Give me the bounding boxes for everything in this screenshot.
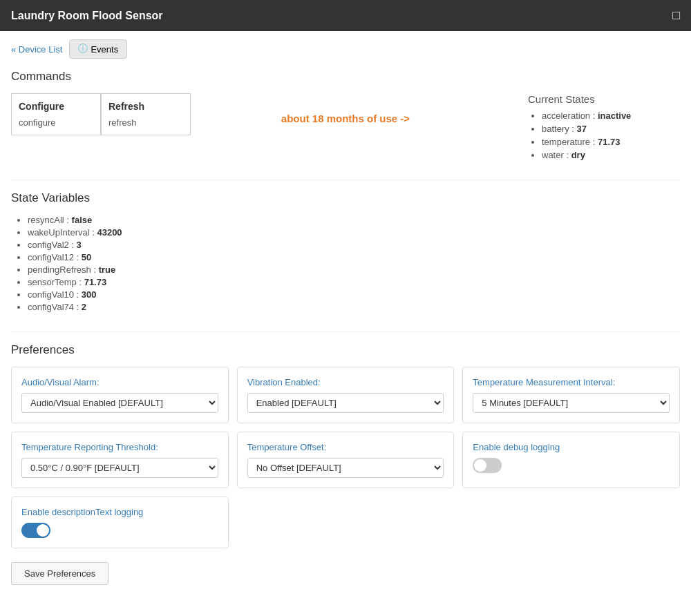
pref-card-vibration: Vibration Enabled: Enabled [DEFAULT] Dis… <box>237 367 455 423</box>
configure-button[interactable]: Configure configure <box>11 93 101 135</box>
page-title: Laundry Room Flood Sensor <box>11 10 163 22</box>
save-preferences-button[interactable]: Save Preferences <box>11 562 108 585</box>
nav-bar: « Device List ⓘ Events <box>11 39 680 59</box>
refresh-title: Refresh <box>108 101 176 112</box>
divider-2 <box>11 331 680 332</box>
divider-1 <box>11 180 680 180</box>
commands-section: Commands Configure configure Refresh ref… <box>11 70 680 163</box>
configure-title: Configure <box>19 101 86 112</box>
pref-select-audio-alarm[interactable]: Audio/Visual Enabled [DEFAULT] Disabled … <box>21 393 218 413</box>
pref-label-debug-logging: Enable debug logging <box>473 442 670 452</box>
main-content: « Device List ⓘ Events Commands Configur… <box>0 31 691 616</box>
pref-select-vibration[interactable]: Enabled [DEFAULT] Disabled <box>247 393 444 413</box>
title-bar: Laundry Room Flood Sensor □ <box>0 0 691 31</box>
pref-card-audio-alarm: Audio/Visual Alarm: Audio/Visual Enabled… <box>11 367 229 423</box>
desc-toggle-slider <box>21 523 50 538</box>
preferences-title: Preferences <box>11 343 680 357</box>
state-acceleration: acceleration : inactive <box>542 110 680 121</box>
var-configVal12: configVal12 : 50 <box>28 252 680 262</box>
current-states-title: Current States <box>528 93 680 105</box>
debug-toggle-slider <box>473 458 502 473</box>
state-acceleration-value: inactive <box>598 110 631 121</box>
var-resyncAll: resyncAll : false <box>28 215 680 225</box>
state-variables-title: State Variables <box>11 191 680 205</box>
state-variables-section: State Variables resyncAll : false wakeUp… <box>11 191 680 312</box>
state-temperature: temperature : 71.73 <box>542 137 680 147</box>
info-icon: ⓘ <box>78 43 88 55</box>
pref-select-temp-interval[interactable]: 5 Minutes [DEFAULT] 1 Minute 10 Minutes … <box>473 393 670 413</box>
pref-label-vibration: Vibration Enabled: <box>247 377 444 387</box>
save-area: Save Preferences <box>11 562 680 585</box>
var-pendingRefresh: pendingRefresh : true <box>28 264 680 275</box>
pref-label-desc-logging: Enable descriptionText logging <box>21 507 218 517</box>
pref-select-temp-offset[interactable]: No Offset [DEFAULT] +1°F -1°F +2°F -2°F <box>247 458 444 478</box>
var-configVal74: configVal74 : 2 <box>28 302 680 312</box>
var-configVal10: configVal10 : 300 <box>28 289 680 300</box>
pref-select-temp-threshold[interactable]: 0.50°C / 0.90°F [DEFAULT] 1.00°C / 1.80°… <box>21 458 218 478</box>
debug-logging-toggle-container <box>473 458 670 473</box>
debug-logging-toggle[interactable] <box>473 458 502 473</box>
preferences-grid: Audio/Visual Alarm: Audio/Visual Enabled… <box>11 367 680 548</box>
pref-card-temp-offset: Temperature Offset: No Offset [DEFAULT] … <box>237 432 455 488</box>
current-states-list: acceleration : inactive battery : 37 tem… <box>528 110 680 160</box>
var-configVal2: configVal2 : 3 <box>28 240 680 250</box>
var-sensorTemp: sensorTemp : 71.73 <box>28 277 680 287</box>
pref-card-desc-logging: Enable descriptionText logging <box>11 497 229 548</box>
commands-title: Commands <box>11 70 680 84</box>
desc-logging-toggle[interactable] <box>21 523 50 538</box>
events-label: Events <box>91 44 118 55</box>
state-variables-list: resyncAll : false wakeUpInterval : 43200… <box>11 215 680 312</box>
var-wakeUpInterval: wakeUpInterval : 43200 <box>28 227 680 238</box>
state-temperature-value: 71.73 <box>598 137 621 147</box>
commands-buttons: Configure configure Refresh refresh <box>11 93 191 135</box>
events-button[interactable]: ⓘ Events <box>69 39 127 59</box>
pref-label-temp-offset: Temperature Offset: <box>247 442 444 452</box>
desc-toggle-knob <box>37 524 49 537</box>
pref-label-audio-alarm: Audio/Visual Alarm: <box>21 377 218 387</box>
pref-card-temp-threshold: Temperature Reporting Threshold: 0.50°C … <box>11 432 229 488</box>
device-list-link[interactable]: « Device List <box>11 44 62 55</box>
commands-row: Configure configure Refresh refresh abou… <box>11 93 680 163</box>
state-water-value: dry <box>571 150 585 160</box>
debug-toggle-knob <box>474 459 486 472</box>
desc-logging-toggle-container <box>21 523 218 538</box>
pref-label-temp-interval: Temperature Measurement Interval: <box>473 377 670 387</box>
preferences-section: Preferences Audio/Visual Alarm: Audio/Vi… <box>11 343 680 585</box>
state-battery-value: 37 <box>577 124 587 134</box>
configure-sub: configure <box>19 117 86 128</box>
refresh-button[interactable]: Refresh refresh <box>101 93 191 135</box>
refresh-sub: refresh <box>108 117 176 128</box>
pref-card-debug-logging: Enable debug logging <box>462 432 680 488</box>
message-icon[interactable]: □ <box>672 8 680 23</box>
current-states: Current States acceleration : inactive b… <box>528 93 680 163</box>
pref-card-temp-interval: Temperature Measurement Interval: 5 Minu… <box>462 367 680 423</box>
state-water: water : dry <box>542 150 680 160</box>
pref-label-temp-threshold: Temperature Reporting Threshold: <box>21 442 218 452</box>
state-battery: battery : 37 <box>542 124 680 134</box>
battery-life-text: about 18 months of use -> <box>191 100 500 124</box>
